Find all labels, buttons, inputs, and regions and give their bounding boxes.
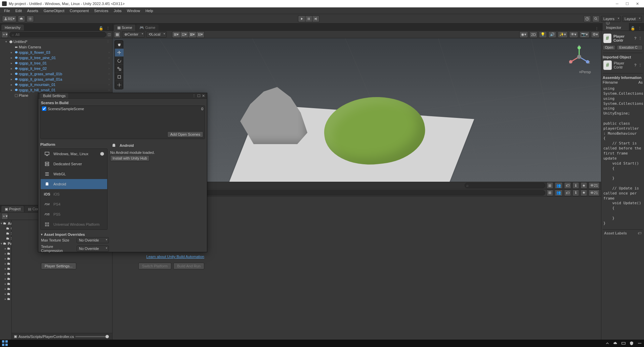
- snap-increment-button[interactable]: ⊡▾: [180, 31, 188, 38]
- proj-filter-2[interactable]: 👥: [555, 189, 563, 196]
- project-tab[interactable]: ▣ Project: [1, 206, 24, 212]
- inspector-more-icon[interactable]: ⋮: [638, 63, 642, 68]
- play-button[interactable]: [298, 15, 305, 22]
- scene-menu-icon[interactable]: ⋮: [594, 27, 600, 31]
- scale-tool[interactable]: [115, 65, 124, 73]
- proj-hidden[interactable]: 👁21: [589, 189, 600, 196]
- menu-gameobject[interactable]: GameObject: [41, 8, 67, 13]
- hierarchy-item[interactable]: ▸ rpgpp_lt_tree_pine_01 ›: [0, 55, 112, 60]
- menu-jobs[interactable]: Jobs: [111, 8, 124, 13]
- switch-platform-button[interactable]: Switch Platform: [138, 263, 171, 269]
- scene-tab[interactable]: ▦ Scene: [114, 25, 135, 31]
- grid-toggle[interactable]: ▦: [114, 31, 121, 38]
- tray-cloud-icon[interactable]: [613, 341, 618, 346]
- project-folder[interactable]: ▸🖿Burst: [0, 291, 11, 296]
- scene-root[interactable]: ▾ Untitled* ⋮: [0, 39, 112, 44]
- menu-component[interactable]: Component: [67, 8, 91, 13]
- thumbnail-size-slider[interactable]: [75, 336, 109, 337]
- maximize-button[interactable]: ☐: [625, 2, 629, 6]
- project-folder[interactable]: ▾🖿 Assets: [0, 221, 11, 226]
- platform-ps4[interactable]: 𝘗𝘚4 PS4: [41, 199, 107, 209]
- layout-dropdown[interactable]: Layout: [622, 16, 642, 22]
- hierarchy-item[interactable]: ▸ rpgpp_lt_tree_01 ›: [0, 60, 112, 66]
- hierarchy-search[interactable]: ⌕ All: [9, 32, 106, 37]
- platform-uwp[interactable]: Universal Windows Platform: [41, 219, 107, 229]
- project-folder[interactable]: ▸🖿2D SpriteShape: [0, 276, 11, 281]
- account-dropdown[interactable]: RE ▾: [2, 15, 16, 22]
- inspector-help-icon[interactable]: ?: [634, 36, 636, 40]
- dialog-menu-icon[interactable]: ⋮: [192, 94, 196, 98]
- hierarchy-item[interactable]: ▸ rpgpp_lt_grass_small_01a ›: [0, 77, 112, 82]
- move-tool[interactable]: [115, 49, 124, 57]
- undo-history-button[interactable]: [584, 15, 591, 22]
- scenes-list[interactable]: Scenes/SampleScene 0 Add Open Scenes: [40, 105, 205, 139]
- layers-dropdown[interactable]: Layers: [601, 16, 621, 22]
- execution-order-button[interactable]: Execution C: [617, 45, 643, 50]
- platform-dedicated-server[interactable]: Dedicated Server: [41, 159, 107, 169]
- hierarchy-add-button[interactable]: ＋▾: [1, 31, 8, 38]
- gizmos-button[interactable]: ⚙▾: [591, 31, 600, 38]
- asset-labels-tag-icon[interactable]: 🏷: [638, 231, 641, 235]
- inspector-more-icon[interactable]: ⋮: [638, 36, 642, 41]
- scene-visibility-button[interactable]: 👁▾: [569, 31, 578, 38]
- lighting-toggle[interactable]: 💡: [539, 31, 547, 38]
- texture-compression-dropdown[interactable]: No Override: [77, 246, 109, 252]
- caret-icon[interactable]: ▾: [4, 40, 8, 43]
- dialog-maximize-icon[interactable]: ☐: [197, 94, 201, 98]
- inspector-lock-icon[interactable]: 🔓: [630, 26, 636, 31]
- hierarchy-item[interactable]: ▸ rpgpp_lt_tree_02 ›: [0, 66, 112, 71]
- hand-tool[interactable]: [115, 41, 124, 49]
- proj-filter-4[interactable]: ℹ: [572, 189, 579, 196]
- caret-icon[interactable]: ▸: [9, 51, 13, 54]
- project-folder[interactable]: ▸🖿2D Tilemap Extras: [0, 286, 11, 291]
- close-button[interactable]: ✕: [635, 2, 639, 6]
- search-button[interactable]: [592, 15, 600, 22]
- hierarchy-tab[interactable]: Hierarchy: [1, 25, 24, 31]
- start-button[interactable]: [2, 340, 8, 346]
- platform-webgl[interactable]: WebGL: [41, 169, 107, 179]
- menu-file[interactable]: File: [1, 8, 13, 13]
- hierarchy-item[interactable]: ▸ rpgpp_lt_flower_03 ›: [0, 50, 112, 55]
- cloud-button[interactable]: [18, 15, 25, 22]
- project-folder[interactable]: 🖿Scripts: [0, 236, 11, 241]
- fx-toggle[interactable]: ✨▾: [558, 31, 568, 38]
- scene-picker-icon[interactable]: ◫: [108, 32, 111, 37]
- scene-search[interactable]: ⌕: [465, 183, 545, 188]
- platform-ios[interactable]: iOS iOS: [41, 189, 107, 199]
- space-dropdown[interactable]: ⟲Local: [146, 31, 167, 38]
- project-folder[interactable]: ▸🖿2D Pixel Perfect: [0, 261, 11, 266]
- project-folder[interactable]: ▸🖿2D Aseprite Impor: [0, 251, 11, 256]
- install-with-hub-button[interactable]: Install with Unity Hub: [110, 155, 149, 161]
- tray-keyboard-icon[interactable]: [621, 341, 626, 346]
- pivot-dropdown[interactable]: ⊕Center: [122, 31, 145, 38]
- learn-build-automation-link[interactable]: Learn about Unity Build Automation: [41, 253, 204, 260]
- rotate-tool[interactable]: [115, 57, 124, 65]
- chevron-right-icon[interactable]: ›: [109, 51, 111, 54]
- project-add-button[interactable]: ＋▾: [1, 213, 8, 220]
- menu-services[interactable]: Services: [91, 8, 111, 13]
- dialog-close-icon[interactable]: ✕: [202, 94, 205, 98]
- orientation-gizmo[interactable]: y x z: [567, 45, 591, 69]
- project-folder[interactable]: ▸🖿2D PSD Importer: [0, 266, 11, 271]
- hierarchy-item[interactable]: Main Camera: [0, 44, 112, 50]
- add-open-scenes-button[interactable]: Add Open Scenes: [167, 131, 203, 137]
- rect-tool[interactable]: [115, 73, 124, 81]
- menu-edit[interactable]: Edit: [13, 8, 25, 13]
- proj-filter-5[interactable]: ★: [581, 189, 587, 196]
- hierarchy-menu-icon[interactable]: ⋮: [105, 26, 111, 31]
- platform-android[interactable]: Android: [41, 179, 107, 189]
- scene-checkbox[interactable]: [42, 106, 46, 111]
- build-and-run-button[interactable]: Build And Run: [173, 263, 204, 269]
- minimize-button[interactable]: ─: [615, 2, 619, 6]
- menu-window[interactable]: Window: [124, 8, 143, 13]
- snap-settings-button[interactable]: ⊟▾: [196, 31, 205, 38]
- scene-filter-3[interactable]: 🏷: [564, 182, 571, 189]
- project-folder[interactable]: ▸🖿2D Sprite: [0, 271, 11, 276]
- inspector-help-icon[interactable]: ?: [634, 63, 636, 67]
- snap-grid-button[interactable]: ⊞▾: [172, 31, 180, 38]
- camera-button[interactable]: 📷▾: [579, 31, 590, 38]
- hierarchy-item[interactable]: ▸ rpgpp_lt_grass_small_01b ›: [0, 71, 112, 77]
- inspector-menu-icon[interactable]: ⋮: [637, 26, 643, 31]
- project-folder[interactable]: ▸🖿2D Animation: [0, 246, 11, 251]
- tray-more-icon[interactable]: [637, 341, 642, 346]
